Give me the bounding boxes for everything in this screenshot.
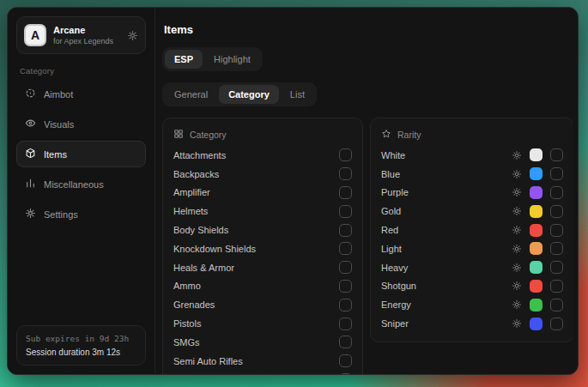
grid-icon [173,129,184,141]
tab-general[interactable]: General [165,85,217,104]
rarity-checkbox[interactable] [550,186,563,199]
category-checkbox[interactable] [339,224,352,237]
sub-expires-text: Sub expires in 9d 23h [26,334,136,343]
category-checkbox[interactable] [339,280,352,293]
rarity-settings-icon[interactable] [512,169,522,179]
category-label: Ammo [173,281,201,291]
sidebar-item-label: Items [44,149,67,160]
sidebar-item-miscellaneous[interactable]: Miscellaneous [16,171,146,197]
rarity-settings-icon[interactable] [512,206,522,216]
category-checkbox[interactable] [339,167,352,180]
rarity-checkbox[interactable] [550,317,563,330]
rarity-label: Light [381,244,402,254]
color-swatch[interactable] [530,186,543,199]
rarity-settings-icon[interactable] [512,318,522,329]
sidebar-item-label: Aimbot [44,89,73,100]
category-row: Ammo [173,277,352,296]
rarity-settings-icon[interactable] [512,263,522,273]
sidebar-section-label: Category [20,66,142,76]
category-checkbox[interactable] [339,242,352,255]
star-icon [381,129,391,141]
sidebar-item-label: Visuals [44,119,74,130]
category-checkbox[interactable] [339,317,352,330]
eye-icon [25,118,36,130]
category-checkbox[interactable] [339,261,352,274]
rarity-settings-icon[interactable] [512,150,522,160]
rarity-checkbox[interactable] [550,167,563,180]
category-checkbox[interactable] [339,205,352,218]
category-row: Knockdown Shields [173,239,352,258]
category-row: Pistols [173,314,352,333]
rarity-label: Energy [381,299,411,310]
category-row: Amplifier [173,184,352,203]
rarity-settings-icon[interactable] [512,281,522,291]
category-checkbox[interactable] [339,299,352,311]
tab-highlight[interactable]: Highlight [204,50,260,69]
rarity-checkbox[interactable] [550,299,563,311]
category-row: Assault Rifles [173,371,352,374]
rarity-row: Energy [381,295,563,314]
category-label: Body Shields [173,225,228,235]
category-row: SMGs [173,333,352,352]
brand-settings-icon[interactable] [127,30,138,41]
rarity-label: White [381,150,405,160]
rarity-row: Gold [381,202,563,221]
crosshair-icon [25,88,36,100]
tab-list[interactable]: List [281,85,314,104]
session-duration-text: Session duration 3m 12s [26,348,136,357]
bars-icon [25,178,36,190]
category-row: Body Shields [173,221,352,239]
category-checkbox[interactable] [339,186,352,199]
color-swatch[interactable] [530,280,543,293]
rarity-checkbox[interactable] [550,280,563,293]
rarity-checkbox[interactable] [550,261,563,274]
category-row: Grenades [173,295,352,314]
category-label: Helmets [173,206,208,216]
panel-title: Rarity [397,130,421,140]
color-swatch[interactable] [530,205,543,218]
category-checkbox[interactable] [339,336,352,348]
category-row: Attachments [173,146,352,165]
rarity-settings-icon[interactable] [512,187,522,197]
sidebar-item-visuals[interactable]: Visuals [16,111,146,137]
rarity-label: Blue [381,169,400,179]
color-swatch[interactable] [530,224,543,237]
rarity-label: Gold [381,206,401,216]
sidebar-item-settings[interactable]: Settings [16,201,146,227]
rarity-settings-icon[interactable] [512,299,522,310]
rarity-settings-icon[interactable] [512,225,522,235]
rarity-row: Heavy [381,258,563,277]
color-swatch[interactable] [530,299,543,311]
app-logo: A [24,24,46,46]
category-checkbox[interactable] [339,148,352,161]
panels-row: Category Attachments Backpacks Amplifier… [162,118,573,374]
tab-category[interactable]: Category [219,85,279,104]
rarity-checkbox[interactable] [550,148,563,161]
sidebar-item-items[interactable]: Items [16,141,146,167]
color-swatch[interactable] [530,242,543,255]
rarity-settings-icon[interactable] [512,244,522,254]
category-label: Knockdown Shields [173,244,256,254]
rarity-checkbox[interactable] [550,242,563,255]
category-panel: Category Attachments Backpacks Amplifier… [162,118,363,374]
rarity-row: Sniper [381,314,563,333]
rarity-checkbox[interactable] [550,205,563,218]
color-swatch[interactable] [530,167,543,180]
sidebar-item-label: Miscellaneous [44,179,104,190]
color-swatch[interactable] [530,317,543,330]
main-content: Items ESP Highlight General Category Lis… [155,8,578,374]
rarity-row: Blue [381,165,563,184]
category-label: Heals & Armor [173,263,234,273]
rarity-checkbox[interactable] [550,224,563,237]
cube-icon [25,148,36,160]
color-swatch[interactable] [530,261,543,274]
category-checkbox[interactable] [339,354,352,367]
panel-title: Category [190,130,227,140]
rarity-label: Sniper [381,318,409,329]
color-swatch[interactable] [530,148,543,161]
tab-esp[interactable]: ESP [165,50,203,69]
category-checkbox[interactable] [339,373,352,374]
brand-subtitle: for Apex Legends [53,37,113,45]
rarity-row: Red [381,221,563,239]
sidebar-item-aimbot[interactable]: Aimbot [16,81,146,107]
